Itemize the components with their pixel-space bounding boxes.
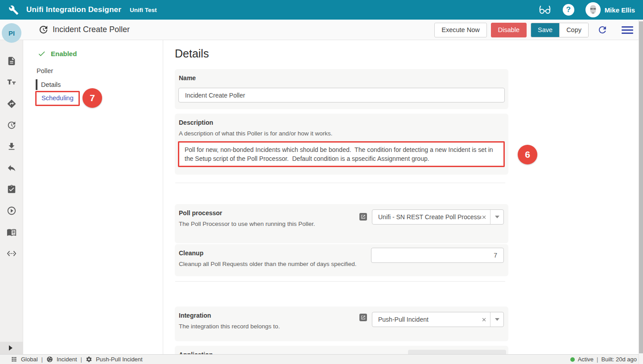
avatar-face-icon <box>586 3 600 16</box>
scope-label[interactable]: Global <box>21 356 38 363</box>
chevron-down-icon <box>495 216 499 218</box>
dropdown-caret[interactable] <box>490 312 503 327</box>
details-form: Details Name Incident Create Poller Desc… <box>163 40 639 354</box>
history-icon[interactable] <box>7 120 16 130</box>
tasks-done-icon[interactable] <box>7 184 16 194</box>
code-icon[interactable] <box>7 249 16 258</box>
active-indicator-bar <box>36 79 37 90</box>
poll-processor-select[interactable]: Unifi - SN REST Create Poll Processor <box>372 209 504 225</box>
triangle-right-icon <box>9 345 12 351</box>
section-divider <box>175 183 505 183</box>
wrench-icon <box>8 5 19 15</box>
description-textarea[interactable]: Poll for new, non-bonded Incidents which… <box>178 141 505 167</box>
record-nav-panel: Enabled Poller Details Scheduling <box>23 40 163 354</box>
cleanup-field-panel: Cleanup Cleanup all Poll Requests older … <box>175 244 508 276</box>
callout-badge-7: 7 <box>82 88 102 108</box>
reply-icon[interactable] <box>7 163 16 173</box>
record-type-label[interactable]: Incident <box>57 356 77 363</box>
active-status-label: Active <box>578 356 594 363</box>
annotation-box-scheduling: Scheduling <box>35 91 80 106</box>
record-header: Incident Create Poller Execute Now Disab… <box>0 20 643 40</box>
clear-selection-icon[interactable] <box>481 312 489 327</box>
enabled-label: Enabled <box>51 50 77 57</box>
save-copy-button-group: Save Copy <box>531 23 589 37</box>
section-divider <box>175 281 505 282</box>
gear-icon <box>86 356 92 363</box>
text-format-icon[interactable] <box>7 78 16 87</box>
cleanup-help: Cleanup all Poll Requests older than the… <box>179 261 357 267</box>
document-icon[interactable] <box>7 56 16 66</box>
download-icon[interactable] <box>7 142 16 151</box>
nav-section-poller: Poller <box>37 67 53 74</box>
section-heading: Details <box>175 47 209 60</box>
table-icon <box>46 356 53 363</box>
refresh-icon[interactable] <box>597 25 608 35</box>
expand-rail-button[interactable] <box>0 342 23 354</box>
user-avatar[interactable] <box>585 2 601 17</box>
play-circle-icon[interactable] <box>7 206 16 216</box>
poll-processor-help: The Poll Processor to use when running t… <box>179 221 315 227</box>
nav-item-scheduling[interactable]: Scheduling <box>41 94 74 102</box>
open-reference-icon[interactable] <box>359 213 367 221</box>
icon-rail <box>0 40 23 354</box>
status-bar: Global | Incident | Push-Pull Incident A… <box>0 354 643 364</box>
name-input[interactable]: Incident Create Poller <box>178 88 505 102</box>
nav-item-details[interactable]: Details <box>36 79 61 90</box>
integration-select[interactable]: Push-Pull Incident <box>372 312 504 327</box>
help-icon[interactable]: ? <box>563 4 574 16</box>
disable-button[interactable]: Disable <box>491 23 527 37</box>
execute-now-button[interactable]: Execute Now <box>434 23 486 37</box>
cleanup-label: Cleanup <box>179 249 203 257</box>
name-field-panel: Name Incident Create Poller <box>175 69 508 109</box>
application-label: Application <box>179 351 213 354</box>
scrollbar-thumb[interactable] <box>639 21 643 353</box>
integration-scope-label[interactable]: Push-Pull Incident <box>96 356 143 363</box>
callout-badge-6: 6 <box>518 145 537 164</box>
documentation-icon[interactable] <box>7 227 16 237</box>
name-label: Name <box>179 74 196 82</box>
integration-label: Integration <box>179 312 211 319</box>
cleanup-input[interactable]: 7 <box>371 248 504 263</box>
active-status-icon <box>570 357 575 362</box>
copy-button[interactable]: Copy <box>559 23 588 37</box>
menu-icon[interactable] <box>622 25 633 36</box>
description-label: Description <box>179 119 213 126</box>
dropdown-caret[interactable] <box>490 210 503 224</box>
check-icon <box>37 49 46 58</box>
built-label: Built: 20d ago <box>601 356 637 363</box>
integration-help: The integration this record belongs to. <box>179 323 280 330</box>
record-type-avatar[interactable]: PI <box>2 23 21 43</box>
environment-name[interactable]: Unifi Test <box>130 7 157 13</box>
application-field-panel: Application <box>175 346 508 354</box>
vertical-scrollbar <box>639 20 643 364</box>
glasses-icon[interactable] <box>538 4 552 16</box>
save-button[interactable]: Save <box>531 23 559 37</box>
apps-grid-icon[interactable] <box>11 356 17 363</box>
enabled-status[interactable]: Enabled <box>37 49 77 58</box>
chevron-down-icon <box>495 318 499 321</box>
page-title: Incident Create Poller <box>53 25 130 34</box>
poller-history-icon <box>38 25 49 35</box>
open-reference-icon[interactable] <box>359 314 367 321</box>
user-name[interactable]: Mike Ellis <box>605 6 635 14</box>
clear-selection-icon[interactable] <box>481 210 489 224</box>
poll-processor-field-panel: Poll processor The Poll Processor to use… <box>175 204 508 243</box>
application-readonly-field <box>408 350 506 354</box>
description-field-panel: Description A description of what this P… <box>175 114 508 175</box>
top-app-bar: Unifi Integration Designer Unifi Test ? … <box>0 0 643 20</box>
integration-field-panel: Integration The integration this record … <box>175 307 508 341</box>
description-help: A description of what this Poller is for… <box>179 130 332 137</box>
poll-processor-label: Poll processor <box>179 209 222 217</box>
directions-icon[interactable] <box>7 99 16 109</box>
app-title: Unifi Integration Designer <box>26 5 121 14</box>
